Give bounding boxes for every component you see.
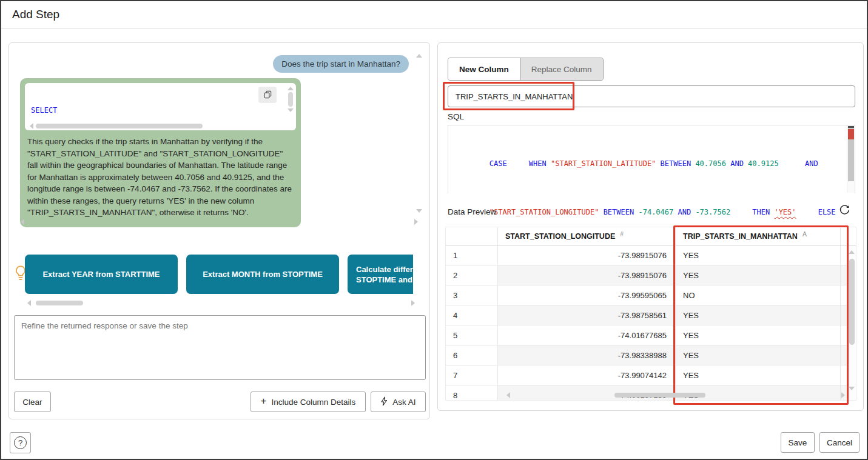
row-number-cell: 5 — [446, 325, 498, 345]
sql-token: "START_STATION_LATITUDE" — [551, 159, 656, 168]
chat-scroll-up-icon[interactable] — [416, 54, 422, 58]
suggestions-carousel: Extract YEAR from STARTTIME Extract MONT… — [24, 254, 413, 295]
sql-token: -73.7562 — [695, 208, 730, 216]
scroll-up-icon[interactable] — [849, 250, 855, 254]
ask-ai-button[interactable]: Ask AI — [371, 392, 426, 412]
trip-cell: YES — [676, 365, 841, 385]
chat-scroll-left-icon[interactable] — [21, 219, 24, 225]
scroll-thumb[interactable] — [36, 124, 203, 128]
column-header-label: TRIP_STARTS_IN_MANHATTAN — [683, 232, 798, 241]
data-preview-label: Data Preview — [448, 207, 496, 216]
scroll-right-icon[interactable] — [841, 392, 845, 398]
longitude-cell: -73.98758561 — [498, 305, 676, 325]
table-header-row: START_STATION_LONGITUDE # TRIP_STARTS_IN… — [446, 227, 856, 245]
table-row: 6 -73.98338988 YES — [446, 345, 856, 365]
longitude-cell: -73.99595065 — [498, 285, 676, 305]
row-number-cell: 6 — [446, 345, 498, 365]
sql-editor[interactable]: CASE WHEN "START_STATION_LATITUDE" BETWE… — [448, 125, 855, 193]
cancel-button[interactable]: Cancel — [819, 432, 860, 453]
table-horizontal-scrollbar[interactable] — [506, 392, 845, 398]
sql-token: THEN — [752, 208, 774, 216]
chat-scroll-down-icon[interactable] — [416, 209, 422, 213]
scroll-right-icon[interactable] — [411, 300, 415, 306]
sql-token: AND — [805, 159, 818, 168]
row-number-cell: 4 — [446, 305, 498, 325]
sql-token: CASE — [490, 159, 507, 168]
text-type-icon: A — [802, 230, 807, 238]
ask-ai-label: Ask AI — [392, 398, 415, 407]
refresh-button[interactable] — [836, 203, 852, 219]
scroll-down-icon[interactable] — [288, 108, 294, 112]
lightning-icon — [380, 396, 388, 408]
error-marker — [848, 129, 854, 139]
column-header-longitude[interactable]: START_STATION_LONGITUDE # — [498, 227, 676, 245]
sql-token: -74.0467 — [638, 208, 673, 216]
chat-scroll-right-icon[interactable] — [414, 219, 418, 225]
code-vertical-scrollbar[interactable] — [288, 87, 294, 112]
include-column-details-label: Include Column Details — [272, 398, 356, 407]
help-button[interactable]: ? — [10, 432, 31, 453]
suggestion-button-extract-month[interactable]: Extract MONTH from STOPTIME — [186, 255, 339, 294]
suggestions-scrollbar[interactable] — [27, 300, 415, 306]
scroll-left-icon[interactable] — [27, 300, 31, 306]
help-icon: ? — [14, 436, 27, 449]
ai-chat-panel: Does the trip start in Manhattan? SELECT… — [8, 42, 430, 419]
suggestion-button-calculate-difference[interactable]: Calculate differen STOPTIME and S — [348, 255, 413, 294]
scroll-left-icon[interactable] — [30, 123, 33, 129]
ai-response-bubble: SELECT CASE WHEN "START_STATION_LATITUDE… — [20, 78, 301, 227]
scroll-thumb[interactable] — [288, 92, 293, 107]
table-row: 5 -74.01677685 YES — [446, 325, 856, 345]
table-row: 7 -73.99074142 YES — [446, 365, 856, 385]
ai-explanation-text: This query checks if the trip starts in … — [20, 133, 301, 224]
sql-vertical-scrollbar[interactable] — [847, 125, 855, 193]
longitude-cell: -73.98338988 — [498, 345, 676, 365]
include-column-details-button[interactable]: + Include Column Details — [251, 392, 366, 412]
column-name-input[interactable] — [448, 85, 855, 107]
user-question-bubble: Does the trip start in Manhattan? — [273, 55, 409, 73]
clear-button[interactable]: Clear — [14, 392, 51, 412]
scroll-up-icon[interactable] — [288, 87, 294, 90]
suggestion-label: STOPTIME and S — [356, 275, 413, 285]
suggestion-button-extract-year[interactable]: Extract YEAR from STARTTIME — [25, 255, 178, 294]
spacer-cell — [841, 227, 849, 245]
numeric-type-icon: # — [620, 230, 624, 238]
longitude-cell: -73.98915076 — [498, 245, 676, 265]
column-header-label: START_STATION_LONGITUDE — [505, 232, 615, 241]
suggestion-label: Extract MONTH from STOPTIME — [203, 269, 323, 279]
copy-code-button[interactable] — [258, 87, 277, 103]
copy-icon — [263, 90, 272, 101]
plus-icon: + — [261, 395, 267, 407]
code-horizontal-scrollbar[interactable] — [30, 123, 283, 128]
save-button[interactable]: Save — [781, 432, 815, 453]
sql-token — [507, 159, 529, 168]
longitude-cell: -74.01677685 — [498, 325, 676, 345]
scroll-thumb[interactable] — [614, 393, 705, 398]
sql-token: BETWEEN — [656, 159, 695, 168]
tab-replace-column[interactable]: Replace Column — [520, 58, 603, 80]
sql-section-label: SQL — [448, 112, 464, 121]
column-mode-tabs: New Column Replace Column — [448, 58, 604, 81]
refine-response-input[interactable] — [14, 315, 426, 380]
scroll-thumb[interactable] — [849, 259, 855, 345]
scroll-left-icon[interactable] — [506, 392, 510, 398]
sql-token: BETWEEN — [599, 208, 638, 216]
row-number-cell: 7 — [446, 365, 498, 385]
trip-cell: YES — [676, 325, 841, 345]
row-number-cell: 3 — [446, 285, 498, 305]
row-number-cell: 8 — [446, 385, 498, 401]
trip-cell: NO — [676, 285, 841, 305]
longitude-cell: -73.98915076 — [498, 265, 676, 285]
sql-token — [796, 208, 818, 216]
ai-code-snippet: SELECT CASE WHEN "START_STATION_LATITUDE… — [25, 83, 296, 130]
dialog-header: Add Step — [1, 1, 867, 28]
sql-token: 40.7056 — [695, 159, 726, 168]
scroll-thumb[interactable] — [36, 301, 83, 305]
table-row: 4 -73.98758561 YES — [446, 305, 856, 325]
table-vertical-scrollbar[interactable] — [847, 245, 856, 400]
trip-cell: YES — [676, 345, 841, 365]
column-header-trip[interactable]: TRIP_STARTS_IN_MANHATTAN A — [676, 227, 841, 245]
tab-new-column[interactable]: New Column — [448, 58, 520, 80]
trip-cell: YES — [676, 245, 841, 265]
clear-label: Clear — [22, 398, 42, 407]
scroll-down-icon[interactable] — [849, 387, 855, 390]
